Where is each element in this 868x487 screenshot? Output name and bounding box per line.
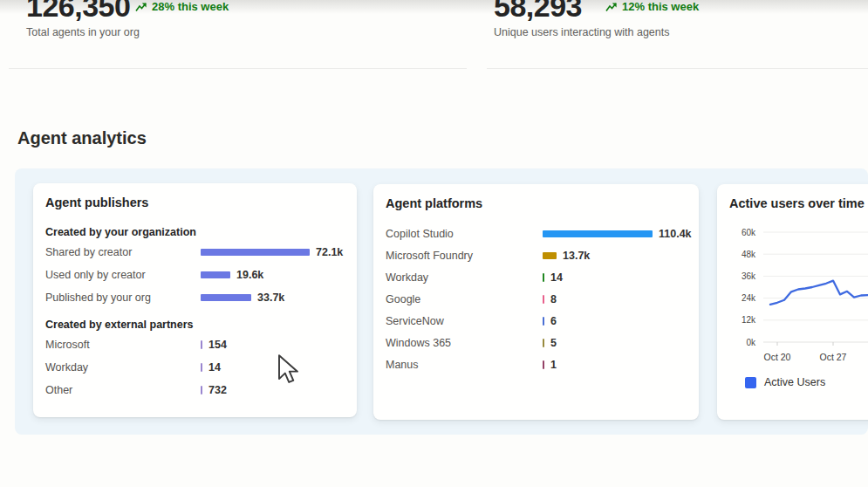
- card-title: Active users over time: [729, 196, 868, 210]
- row-value: 14: [550, 271, 563, 284]
- chart-row: Published by your org33.7k: [45, 286, 343, 309]
- row-bar: [543, 360, 544, 369]
- y-axis-label: 48k: [742, 250, 756, 259]
- stat-label: Total agents in your org: [26, 26, 140, 38]
- card-title: Agent publishers: [45, 195, 343, 209]
- chart-row: Microsoft Foundry13.7k: [386, 244, 685, 266]
- chart-row: Microsoft154: [45, 333, 343, 356]
- row-bar: [201, 271, 230, 278]
- section-header-partners: Created by external partners: [45, 316, 343, 333]
- chart-row: Workday14: [45, 356, 343, 379]
- row-label: Other: [45, 384, 201, 396]
- row-value: 13.7k: [563, 250, 590, 262]
- row-value: 8: [550, 293, 557, 305]
- row-bar: [543, 317, 544, 326]
- agent-publishers-card[interactable]: Agent publishers Created by your organiz…: [33, 183, 357, 417]
- stat-value: 58,293: [494, 0, 582, 24]
- agent-platforms-card[interactable]: Agent platforms Copilot Studio110.4kMicr…: [373, 184, 699, 420]
- chart-row: Workday14: [386, 266, 685, 288]
- chart-row: Other732: [45, 379, 343, 401]
- agent-analytics-dashboard: { "stats": [ { "value": "126,350", "tren…: [0, 0, 868, 487]
- row-label: Shared by creator: [45, 246, 201, 258]
- row-label: Windows 365: [386, 337, 543, 349]
- row-bar: [543, 273, 544, 282]
- legend-swatch-active-users: [745, 377, 756, 388]
- trend-up-icon: [605, 1, 618, 13]
- publisher-org-rows: Shared by creator72.1kUsed only by creat…: [45, 241, 343, 309]
- chart-row: Used only by creator19.6k: [45, 264, 343, 286]
- chart-row: ServiceNow6: [386, 310, 685, 332]
- stat-trend-text: 12% this week: [622, 0, 699, 13]
- y-axis-label: 60k: [742, 228, 756, 237]
- stat-trend: 28% this week: [135, 0, 229, 13]
- row-value: 1: [550, 359, 557, 371]
- stat-value: 126,350: [26, 0, 130, 24]
- row-value: 154: [208, 339, 227, 351]
- row-value: 72.1k: [316, 246, 343, 258]
- row-label: Workday: [386, 271, 543, 284]
- row-value: 19.6k: [236, 269, 263, 281]
- row-bar: [543, 252, 557, 259]
- active-users-card[interactable]: Active users over time 60k48k36k24k12k0k…: [717, 184, 868, 420]
- section-header-org: Created by your organization: [45, 223, 343, 241]
- row-label: Google: [386, 293, 543, 305]
- stat-label: Unique users interacting with agents: [494, 26, 670, 38]
- chart-row: Shared by creator72.1k: [45, 241, 343, 264]
- legend-label: Active Users: [764, 376, 825, 388]
- chart-row: Windows 3655: [386, 332, 685, 353]
- chart-row: Copilot Studio110.4k: [386, 223, 685, 244]
- page-title: Agent analytics: [17, 128, 147, 148]
- row-bar: [543, 295, 544, 304]
- row-bar: [201, 363, 202, 372]
- stat-divider-left: [9, 68, 467, 69]
- x-axis-label: Oct 20: [764, 352, 791, 362]
- row-value: 110.4k: [659, 228, 692, 240]
- row-label: Microsoft: [45, 339, 201, 351]
- row-label: Manus: [386, 359, 543, 371]
- y-axis-label: 24k: [742, 293, 756, 303]
- row-label: Workday: [45, 361, 201, 374]
- row-value: 6: [550, 315, 557, 327]
- row-bar: [201, 294, 251, 301]
- x-axis-label: Oct 27: [820, 352, 847, 362]
- row-bar: [543, 339, 544, 347]
- row-label: ServiceNow: [386, 315, 543, 327]
- y-axis-label: 36k: [742, 271, 756, 281]
- row-label: Used only by creator: [45, 269, 201, 281]
- row-bar: [543, 230, 653, 237]
- row-label: Copilot Studio: [386, 228, 543, 240]
- stat-divider-right: [487, 68, 868, 69]
- row-value: 14: [208, 361, 221, 374]
- trend-up-icon: [135, 1, 147, 13]
- chart-legend: Active Users: [745, 376, 825, 388]
- row-label: Microsoft Foundry: [386, 250, 543, 262]
- y-axis-label: 12k: [742, 315, 756, 325]
- row-value: 5: [550, 337, 557, 349]
- row-label: Published by your org: [45, 292, 201, 304]
- chart-row: Manus1: [386, 353, 685, 375]
- y-axis-label: 0k: [746, 338, 756, 347]
- row-value: 732: [208, 384, 227, 396]
- row-bar: [201, 340, 202, 349]
- row-bar: [201, 386, 202, 394]
- row-bar: [201, 249, 310, 256]
- row-value: 33.7k: [257, 292, 284, 304]
- card-title: Agent platforms: [386, 196, 685, 210]
- publisher-partner-rows: Microsoft154Workday14Other732: [45, 333, 343, 401]
- line-series-active-users: [770, 281, 868, 305]
- platform-rows: Copilot Studio110.4kMicrosoft Foundry13.…: [386, 223, 685, 375]
- stat-trend-text: 28% this week: [152, 0, 229, 13]
- stat-trend: 12% this week: [605, 0, 699, 13]
- active-users-line-chart: 60k48k36k24k12k0kOct 20Oct 27: [717, 223, 868, 369]
- chart-row: Google8: [386, 288, 685, 310]
